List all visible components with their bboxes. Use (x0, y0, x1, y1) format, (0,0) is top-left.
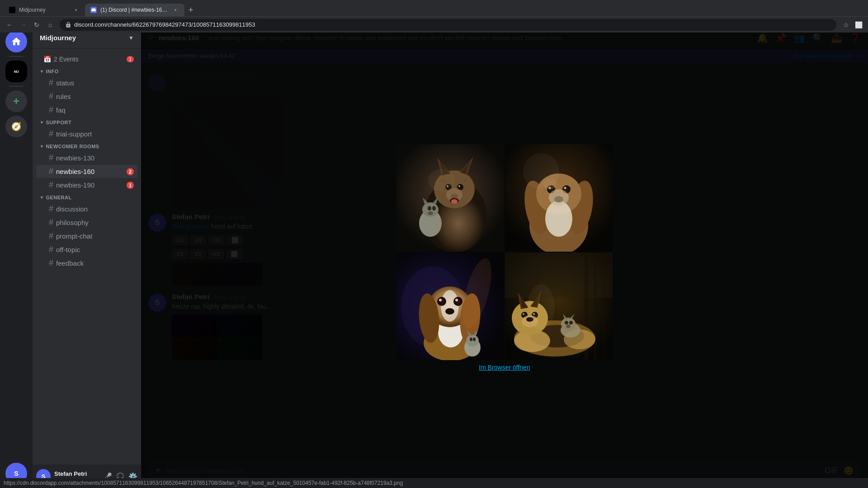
image-cell-bl[interactable] (396, 253, 504, 360)
channel-name-off-topic: off-topic (56, 246, 134, 253)
channel-name-faq: faq (56, 106, 134, 114)
events-badge: 1 (127, 56, 134, 62)
svg-point-92 (569, 321, 573, 324)
browser-toolbar: ← → ↻ ⌂ discord.com/channels/66226797698… (0, 16, 868, 33)
server-mj-label: MJ (14, 70, 19, 74)
back-button[interactable]: ← (4, 19, 15, 31)
svg-point-83 (523, 313, 524, 315)
channel-name-status: status (56, 79, 134, 87)
browser-chrome: Midjourney × (1) Discord | #newbies-160 … (0, 0, 868, 27)
extensions-button[interactable]: ⬜ (853, 19, 864, 31)
home-button[interactable]: ⌂ (44, 19, 56, 31)
server-rail: MJ + 🧭 S (0, 27, 33, 488)
forward-button[interactable]: → (17, 19, 29, 31)
image-cell-tr[interactable] (505, 144, 613, 252)
image-svg-tl (396, 144, 504, 252)
tab-close-discord[interactable]: × (172, 6, 179, 14)
channel-newbies-190[interactable]: # newbies-190 1 (36, 178, 137, 192)
hash-prompt-chat: # (49, 231, 53, 241)
image-svg-bl (396, 253, 504, 360)
sidebar-header-caret: ▼ (128, 35, 134, 41)
image-overlay[interactable]: Im Browser öffnen (141, 27, 868, 488)
events-label: 2 Events (54, 56, 78, 63)
category-caret-support: ▼ (40, 120, 44, 125)
image-cell-tl[interactable] (396, 144, 504, 252)
channel-trial-support[interactable]: # trial-support (36, 127, 137, 141)
channel-faq[interactable]: # faq (36, 103, 137, 117)
category-caret-newcomer: ▼ (40, 144, 44, 149)
svg-point-61 (466, 335, 479, 347)
channel-discussion[interactable]: # discussion (36, 202, 137, 216)
server-separator (9, 56, 24, 57)
svg-point-57 (439, 299, 442, 301)
channel-rules[interactable]: # rules (36, 90, 137, 103)
channel-feedback[interactable]: # feedback (36, 257, 137, 270)
server-separator-2 (9, 86, 24, 87)
hash-discussion: # (49, 204, 53, 214)
image-quad-grid[interactable] (396, 144, 613, 360)
channel-name-130: newbies-130 (56, 154, 134, 162)
server-add[interactable]: + (5, 90, 27, 112)
bookmark-button[interactable]: ☆ (840, 19, 852, 31)
category-newcomer[interactable]: ▼ NEWCOMER ROOMS (33, 141, 141, 151)
channel-newbies-160[interactable]: # newbies-160 2 (36, 165, 137, 178)
hash-trial: # (49, 129, 53, 139)
discord-app: MJ + 🧭 S Midjourney ▼ 📅 2 Events 1 ▼ INF… (0, 27, 868, 488)
tab-title-discord: (1) Discord | #newbies-160 | Mid... (100, 7, 168, 13)
svg-point-43 (523, 153, 559, 189)
svg-point-58 (455, 299, 458, 301)
hash-off-topic: # (49, 245, 53, 254)
server-midjourney[interactable]: MJ (5, 61, 27, 82)
refresh-button[interactable]: ↻ (31, 19, 42, 31)
tab-discord[interactable]: (1) Discord | #newbies-160 | Mid... × (85, 4, 184, 16)
status-bar-url: https://cdn.discordapp.com/attachments/1… (4, 480, 403, 486)
svg-point-19 (428, 206, 431, 211)
tab-close-mj[interactable]: × (72, 6, 80, 14)
tab-midjourney[interactable]: Midjourney × (4, 4, 85, 16)
category-general-label: GENERAL (46, 195, 71, 200)
category-info[interactable]: ▼ INFO (33, 66, 141, 76)
channel-prompt-chat[interactable]: # prompt-chat (36, 230, 137, 243)
main-content: # newbies-160 Just starting out? Type /i… (141, 27, 868, 488)
user-name: Stefan Petri (54, 470, 99, 477)
open-in-browser-link[interactable]: Im Browser öffnen (396, 364, 613, 371)
svg-point-24 (428, 169, 455, 192)
hash-philosophy: # (49, 218, 53, 227)
channel-status[interactable]: # status (36, 76, 137, 89)
image-svg-tr (505, 144, 613, 252)
address-bar[interactable]: discord.com/channels/662267976984297473/… (60, 19, 836, 31)
tab-favicon-discord (90, 7, 97, 13)
status-bar: https://cdn.discordapp.com/attachments/1… (0, 478, 868, 488)
home-button[interactable] (5, 31, 27, 52)
category-support-label: SUPPORT (46, 120, 71, 125)
channel-name-160: newbies-160 (56, 168, 124, 175)
server-explore[interactable]: 🧭 (5, 116, 27, 137)
category-support[interactable]: ▼ SUPPORT (33, 117, 141, 127)
category-newcomer-label: NEWCOMER ROOMS (46, 144, 99, 149)
category-general[interactable]: ▼ GENERAL (33, 192, 141, 202)
hash-rules: # (49, 92, 53, 101)
image-svg-br (505, 253, 613, 360)
channel-sidebar: Midjourney ▼ 📅 2 Events 1 ▼ INFO # statu… (33, 27, 141, 488)
hash-feedback: # (49, 258, 53, 268)
channel-name-rules: rules (56, 93, 134, 100)
calendar-icon: 📅 (43, 56, 51, 63)
channel-badge-160: 2 (127, 168, 134, 175)
lock-icon (65, 22, 71, 28)
category-caret-general: ▼ (40, 195, 44, 200)
channel-name-trial: trial-support (56, 130, 134, 138)
image-cell-br[interactable] (505, 253, 613, 360)
svg-point-88 (561, 318, 576, 330)
svg-point-21 (428, 211, 433, 215)
tab-favicon-mj (9, 7, 15, 13)
channel-name-discussion: discussion (56, 205, 134, 213)
channel-name-feedback: feedback (56, 259, 134, 267)
hash-190: # (49, 180, 53, 190)
new-tab-button[interactable]: + (184, 4, 197, 16)
channel-newbies-130[interactable]: # newbies-130 (36, 151, 137, 164)
channel-philosophy[interactable]: # philosophy (36, 216, 137, 229)
channel-off-topic[interactable]: # off-topic (36, 243, 137, 256)
sidebar-events[interactable]: 📅 2 Events 1 (36, 53, 137, 66)
browser-actions: ☆ ⬜ (840, 19, 864, 31)
svg-point-94 (528, 284, 555, 329)
